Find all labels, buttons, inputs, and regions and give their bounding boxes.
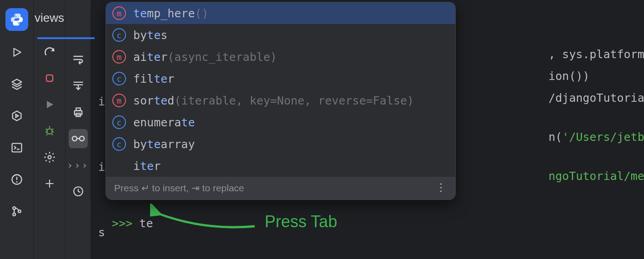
completion-text: filter (133, 72, 174, 85)
svg-point-8 (48, 156, 51, 159)
run-solid-icon[interactable] (39, 95, 60, 114)
add-icon[interactable] (39, 174, 60, 193)
completion-item[interactable]: maiter(async_iterable) (106, 46, 455, 68)
settings-icon[interactable] (39, 148, 60, 166)
completion-item[interactable]: msorted(iterable, key=None, reverse=Fals… (106, 90, 455, 111)
completion-item[interactable]: cenumerate (106, 111, 455, 133)
completion-text: sorted(iterable, key=None, reverse=False… (133, 94, 414, 107)
svg-point-3 (13, 207, 15, 209)
svg-point-4 (13, 213, 15, 216)
terminal-icon[interactable] (6, 137, 27, 158)
method-kind-icon: m (112, 6, 126, 20)
completion-item[interactable]: cbytearray (106, 133, 455, 155)
method-kind-icon: m (112, 50, 126, 64)
class-kind-icon: c (112, 28, 126, 42)
code-fragment: /djangoTutorial', '/Users/ (548, 87, 644, 109)
completion-text: enumerate (133, 116, 195, 129)
blank-kind-icon (112, 159, 126, 173)
completion-item[interactable]: cbytes (106, 24, 455, 46)
code-fragment: n('/Users/jetbrains/Pychar (548, 126, 644, 148)
left-tool-rail (0, 0, 34, 259)
services-icon[interactable] (6, 105, 27, 126)
console-prompt: >>> (112, 217, 139, 230)
soft-wrap-icon[interactable] (69, 50, 88, 69)
tab-active-indicator (37, 37, 95, 39)
console-tab-label: views (35, 11, 64, 25)
method-kind-icon: m (112, 94, 126, 107)
completion-text: bytes (133, 29, 167, 42)
code-completion-popup[interactable]: mtemp_here()cbytesmaiter(async_iterable)… (106, 2, 456, 200)
history-icon[interactable] (69, 182, 88, 201)
console-typed-text: te (139, 217, 153, 230)
code-fragment: ngoTutorial/meteo/views.py (548, 165, 644, 187)
class-kind-icon: c (112, 115, 126, 129)
run-icon[interactable] (6, 42, 27, 63)
svg-point-7 (47, 129, 52, 134)
code-fragment: ion()) (548, 65, 589, 87)
svg-point-2 (16, 181, 17, 183)
completion-more-icon[interactable]: ⋯ (435, 182, 447, 194)
console-input-line[interactable]: >>> te (98, 204, 153, 230)
completion-text: temp_here() (133, 7, 209, 20)
completion-item[interactable]: cfilter (106, 68, 455, 90)
vcs-icon[interactable] (6, 201, 27, 222)
svg-rect-6 (46, 75, 53, 81)
completion-item[interactable]: iter (106, 155, 455, 177)
svg-point-13 (80, 136, 84, 141)
completion-footer: Press ↵ to insert, ⇥ to replace ⋯ (106, 177, 455, 199)
print-icon[interactable] (69, 103, 88, 122)
completion-text: bytearray (133, 138, 195, 151)
layers-icon[interactable] (6, 74, 27, 95)
stop-icon[interactable] (39, 69, 60, 87)
svg-point-12 (72, 136, 77, 141)
completion-text: aiter(async_iterable) (133, 50, 277, 64)
class-kind-icon: c (112, 137, 126, 151)
completion-text: iter (133, 159, 161, 173)
scroll-to-end-icon[interactable] (69, 76, 88, 95)
svg-rect-0 (12, 144, 21, 152)
completion-hint: Press ↵ to insert, ⇥ to replace (114, 183, 244, 194)
python-console-icon[interactable] (5, 8, 28, 31)
console-tab[interactable]: views (34, 6, 65, 29)
variables-icon[interactable] (69, 129, 88, 148)
more-icon[interactable]: ››› (69, 155, 88, 174)
rerun-icon[interactable] (39, 43, 60, 61)
class-kind-icon: c (112, 72, 126, 85)
problems-icon[interactable] (6, 169, 27, 190)
completion-item[interactable]: mtemp_here() (106, 2, 455, 24)
svg-rect-10 (76, 108, 80, 111)
code-fragment: , sys.platform)) (548, 44, 644, 65)
debug-icon[interactable] (39, 122, 60, 140)
